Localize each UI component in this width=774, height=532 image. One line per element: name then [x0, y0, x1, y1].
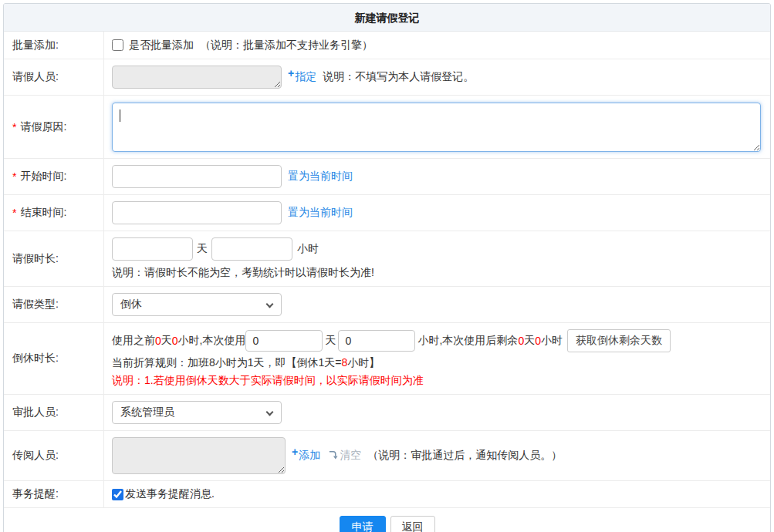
duration-hours-input[interactable] — [211, 237, 292, 261]
hour-unit-label: 小时 — [297, 242, 319, 256]
leave-type-label: 请假类型: — [4, 287, 104, 322]
batch-add-note: （说明：批量添加不支持业务引擎） — [200, 39, 373, 52]
row-batch-add: 批量添加: 是否批量添加 （说明：批量添加不支持业务引擎） — [4, 32, 770, 59]
duration-note: 说明：请假时长不能为空，考勤统计时以请假时长为准! — [112, 266, 762, 280]
set-current-time-link-start[interactable]: 置为当前时间 — [288, 170, 353, 184]
row-leave-person: 请假人员: +指定 说明：不填写为本人请假登记。 — [4, 59, 770, 96]
row-leave-type: 请假类型: 倒休 — [4, 287, 770, 323]
set-current-time-link-end[interactable]: 置为当前时间 — [288, 206, 353, 220]
conversion-rule-text: 当前折算规则：加班8小时为1天，即【倒休1天=8小时】 — [112, 356, 762, 370]
leave-person-field — [112, 66, 282, 89]
fetch-remaining-days-button[interactable]: 获取倒休剩余天数 — [567, 329, 671, 352]
circulate-note: （说明：审批通过后，通知传阅人员。） — [367, 449, 562, 463]
plus-icon: + — [292, 446, 298, 458]
start-time-input[interactable] — [112, 165, 282, 188]
row-daoxiu-duration: 倒休时长: 使用之前0天0小时,本次使用 天 小时,本次使用后剩余0天0小时 获… — [4, 323, 770, 395]
send-reminder-checkbox-label: 发送事务提醒消息. — [125, 487, 215, 501]
row-circulate-person: 传阅人员: +添加 清空 （说明：审批通过后，通知传阅人员。） — [4, 431, 770, 481]
daoxiu-warning-text: 说明：1.若使用倒休天数大于实际请假时间，以实际请假时间为准 — [112, 374, 762, 388]
leave-person-note: 说明：不填写为本人请假登记。 — [323, 70, 474, 84]
approver-select[interactable]: 系统管理员 — [112, 401, 282, 424]
used-hours-value: 0 — [172, 335, 178, 347]
leave-registration-form: 新建请假登记 批量添加: 是否批量添加 （说明：批量添加不支持业务引擎） 请假人… — [3, 3, 771, 532]
start-time-label: * 开始时间: — [4, 159, 104, 194]
row-leave-reason: * 请假原因: — [4, 96, 770, 159]
approver-label: 审批人员: — [4, 395, 104, 430]
row-transaction-reminder: 事务提醒: 发送事务提醒消息. — [4, 481, 770, 508]
batch-add-checkbox-label: 是否批量添加 — [129, 39, 194, 52]
send-reminder-checkbox[interactable] — [112, 489, 123, 500]
clear-circulate-link[interactable]: 清空 — [340, 449, 361, 463]
back-button[interactable]: 返回 — [390, 516, 435, 532]
batch-add-label: 批量添加: — [4, 32, 104, 59]
daoxiu-text: 使用之前 — [112, 334, 155, 348]
row-leave-duration: 请假时长: 天 小时 说明：请假时长不能为空，考勤统计时以请假时长为准! — [4, 231, 770, 287]
end-time-label: * 结束时间: — [4, 195, 104, 231]
required-asterisk: * — [12, 207, 16, 219]
transaction-reminder-label: 事务提醒: — [4, 481, 104, 507]
chevron-down-icon — [266, 409, 274, 416]
circulate-person-field — [112, 437, 286, 474]
daoxiu-hours-input[interactable] — [338, 330, 415, 352]
approver-selected-value: 系统管理员 — [120, 406, 174, 419]
daoxiu-days-input[interactable] — [245, 330, 323, 352]
row-start-time: * 开始时间: 置为当前时间 — [4, 159, 770, 195]
add-circulate-link[interactable]: +添加 — [292, 449, 320, 463]
text-caret — [120, 109, 120, 122]
chevron-down-icon — [266, 301, 274, 308]
submit-button[interactable]: 申请 — [340, 516, 386, 532]
day-unit-label: 天 — [197, 242, 208, 256]
clear-arrow-icon — [328, 450, 338, 463]
required-asterisk: * — [12, 121, 16, 133]
used-days-value: 0 — [155, 335, 161, 347]
row-end-time: * 结束时间: 置为当前时间 — [4, 195, 770, 231]
leave-reason-label: * 请假原因: — [4, 96, 104, 158]
leave-type-select[interactable]: 倒休 — [112, 293, 282, 316]
form-title: 新建请假登记 — [4, 4, 770, 32]
circulate-person-label: 传阅人员: — [4, 431, 104, 480]
daoxiu-duration-label: 倒休时长: — [4, 323, 104, 394]
batch-add-checkbox[interactable] — [112, 39, 123, 51]
row-approver: 审批人员: 系统管理员 — [4, 395, 770, 431]
leave-reason-textarea[interactable] — [112, 103, 761, 152]
end-time-input[interactable] — [112, 201, 282, 224]
plus-icon: + — [288, 67, 294, 79]
assign-person-link[interactable]: +指定 — [288, 70, 316, 84]
form-actions: 申请 返回 — [4, 508, 770, 532]
leave-type-selected-value: 倒休 — [120, 298, 142, 311]
left-hours-value: 0 — [535, 335, 541, 347]
leave-duration-label: 请假时长: — [4, 231, 104, 286]
required-asterisk: * — [12, 170, 16, 183]
leave-person-label: 请假人员: — [4, 59, 104, 95]
duration-days-input[interactable] — [112, 237, 193, 261]
left-days-value: 0 — [518, 335, 524, 347]
